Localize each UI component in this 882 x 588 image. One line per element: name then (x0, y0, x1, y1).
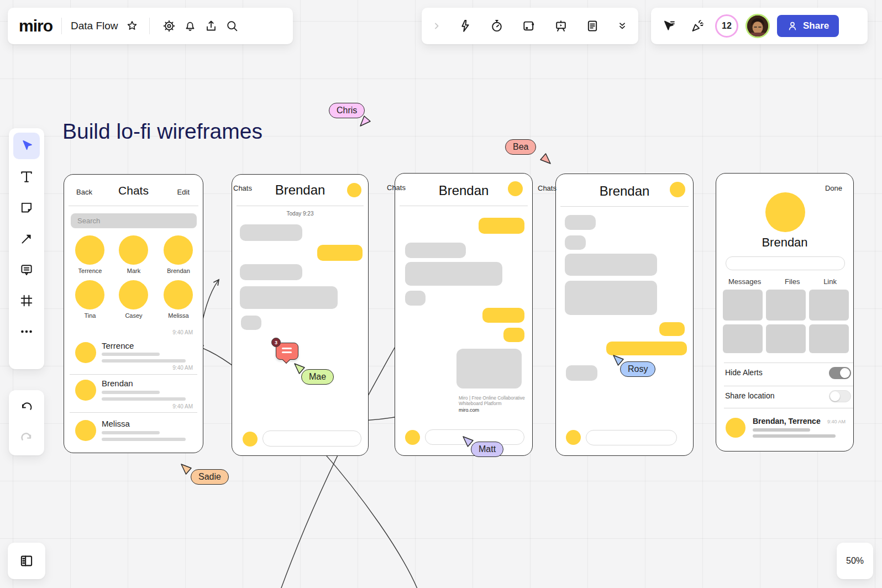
chat-avatar (75, 342, 96, 363)
message-bubble-sent (503, 328, 524, 342)
more-chevrons-down-icon[interactable] (614, 15, 631, 37)
arrow-connector-tool[interactable] (13, 225, 40, 252)
comment-tool[interactable] (13, 256, 40, 283)
conversation-avatar (726, 418, 746, 438)
more-tools-button[interactable] (13, 318, 40, 345)
date-label: Today 9:23 (232, 211, 368, 217)
collaborator-cursor-arrow (539, 153, 552, 165)
hide-alerts-toggle[interactable] (829, 367, 851, 379)
wireframe-phone-chat-1[interactable]: Chats Brendan Today 9:23 (232, 174, 369, 456)
media-tile (723, 290, 763, 321)
profile-avatar (508, 181, 523, 196)
tab-link[interactable]: Link (823, 277, 837, 286)
profile-avatar-large (765, 192, 805, 232)
miro-logo[interactable]: miro (19, 17, 53, 35)
undo-button[interactable] (13, 395, 40, 421)
done-button[interactable]: Done (825, 184, 842, 192)
message-bubble-sent (659, 322, 685, 336)
link-preview-thumbnail (456, 349, 522, 389)
present-easel-icon[interactable] (550, 15, 571, 37)
contact-avatar (75, 280, 104, 309)
media-tile (809, 290, 849, 321)
notifications-bell-icon[interactable] (180, 15, 201, 37)
facilitation-toolbar (422, 8, 638, 44)
contact-name: Mark (127, 267, 140, 274)
collaborator-count: 12 (722, 21, 732, 31)
message-bubble-received (240, 264, 302, 280)
timer-stopwatch-icon[interactable] (486, 15, 507, 37)
message-bubble-received (405, 262, 502, 286)
text-tool[interactable] (13, 164, 40, 190)
profile-status-field[interactable] (726, 256, 845, 270)
composer-avatar (566, 430, 581, 445)
contact-avatar (119, 235, 148, 265)
chat-avatar (75, 420, 96, 441)
select-cursor-tool[interactable] (13, 133, 40, 159)
star-favorite-icon[interactable] (124, 15, 140, 37)
sticky-note-tool[interactable] (13, 195, 40, 221)
chat-name: Terrence (102, 341, 134, 350)
divider (237, 206, 364, 206)
zoom-level-button[interactable]: 50% (837, 543, 873, 579)
message-bubble-received (565, 235, 586, 250)
user-avatar[interactable] (746, 14, 770, 38)
wireframe-phone-chat-2[interactable]: Chats Brendan Miro | Free Online Collabo… (395, 173, 533, 456)
conversation-time: 9:40 AM (827, 419, 846, 424)
collaborator-cursors-icon[interactable] (659, 15, 680, 37)
contact-name: Tina (85, 312, 96, 319)
conversation-name: Brendan, Terrence (753, 417, 821, 426)
back-button[interactable]: Chats (538, 184, 556, 192)
frames-panel-icon (19, 553, 34, 569)
collaborator-cursor-label: Chris (329, 103, 365, 118)
comment-thread-pin[interactable]: 3 (276, 343, 298, 360)
profile-avatar (670, 182, 685, 197)
divider (69, 206, 198, 206)
placeholder-line (753, 428, 810, 432)
chat-time: 9:40 AM (172, 329, 193, 335)
wireframe-phone-chats-list[interactable]: Back Chats Edit Search Terrence Mark Bre… (64, 174, 203, 453)
wireframe-phone-profile[interactable]: Done Brendan Messages Files Link Hide Al… (716, 173, 854, 452)
notes-document-icon[interactable] (582, 15, 603, 37)
contact-avatar (164, 235, 193, 265)
link-preview-domain[interactable]: miro.com (459, 407, 479, 413)
frames-panel-button[interactable] (8, 543, 45, 579)
share-button[interactable]: Share (777, 15, 839, 37)
frame-tool[interactable] (13, 287, 40, 314)
search-input[interactable]: Search (71, 213, 197, 228)
redo-button[interactable] (13, 425, 40, 451)
message-input[interactable] (262, 431, 361, 447)
search-icon[interactable] (222, 15, 243, 37)
collaborator-cursor-label: Sadie (191, 469, 229, 485)
settings-gear-icon[interactable] (159, 15, 180, 37)
media-tile (766, 290, 806, 321)
placeholder-line (102, 397, 186, 401)
comment-count-badge: 3 (271, 338, 281, 347)
tab-messages[interactable]: Messages (728, 277, 761, 286)
message-input[interactable] (586, 430, 677, 445)
export-upload-icon[interactable] (201, 15, 222, 37)
collaborator-count-badge[interactable]: 12 (715, 14, 738, 38)
history-toolbar (9, 390, 44, 455)
collaborator-cursor-label: Bea (505, 139, 536, 155)
person-icon (787, 20, 798, 32)
media-frame-icon[interactable] (518, 15, 539, 37)
message-bubble-received (565, 254, 657, 276)
toggle-knob (840, 368, 850, 378)
board-heading-text[interactable]: Build lo-fi wireframes (62, 119, 262, 144)
chat-name: Melissa (102, 419, 130, 428)
toggle-knob (830, 391, 840, 401)
placeholder-line (753, 434, 836, 438)
chat-time: 9:40 AM (172, 403, 193, 410)
message-bubble-sent (606, 342, 687, 355)
edit-button[interactable]: Edit (177, 188, 190, 196)
board-title[interactable]: Data Flow (71, 20, 118, 32)
wireframe-phone-chat-3[interactable]: Chats Brendan (555, 174, 694, 456)
expand-chevron-icon[interactable] (429, 15, 444, 37)
message-bubble-received (240, 224, 302, 241)
message-bubble-received (241, 316, 261, 330)
quick-actions-lightning-icon[interactable] (455, 15, 476, 37)
share-location-toggle[interactable] (829, 390, 851, 402)
media-tile (809, 324, 849, 353)
tab-files[interactable]: Files (785, 277, 800, 286)
reactions-party-popper-icon[interactable] (687, 15, 708, 37)
